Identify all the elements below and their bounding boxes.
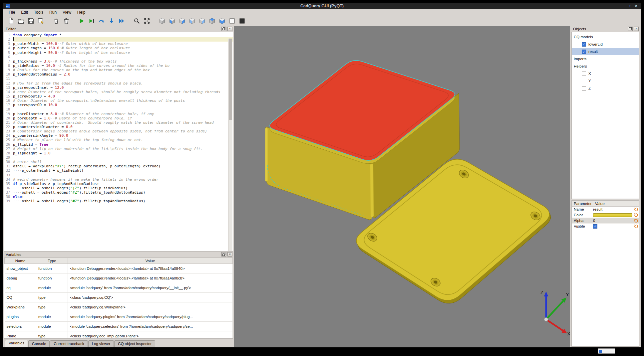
code-line[interactable]: 14# nner Diameter of the screwpost holes… — [4, 90, 233, 94]
sidebar-item-lowerlid[interactable]: ✓lowerLid — [572, 41, 639, 48]
close-panel-button[interactable]: × — [227, 252, 232, 257]
code-line[interactable]: 9# Radius for the curves on the top and … — [4, 68, 233, 72]
code-line[interactable]: 4p_outerLength = 150.0·# Outer length of… — [4, 46, 233, 50]
code-line[interactable]: 10p_topAndBottomRadius = 2.0 — [4, 72, 233, 77]
table-row[interactable]: Planetype<class 'cadquery.occ_impl.geom.… — [5, 331, 233, 339]
tab-current-traceback[interactable]: Current traceback — [50, 340, 88, 347]
view-left-button[interactable] — [187, 16, 197, 26]
reset-icon[interactable] — [633, 219, 639, 223]
menu-file[interactable]: File — [6, 9, 18, 16]
code-line[interactable]: 38else: — [4, 195, 233, 199]
code-line[interactable]: 13p_screwpostInset = 12.0 — [4, 86, 233, 90]
code-line[interactable]: 34# weird geometry happens if we make th… — [4, 177, 233, 182]
column-header-name[interactable]: Name — [5, 258, 36, 264]
view-back-button[interactable] — [177, 16, 187, 26]
checkbox[interactable] — [582, 72, 586, 76]
code-line[interactable]: 3p_outerWidth = 100.0··# Outer width of … — [4, 42, 233, 46]
display-wireframe-button[interactable] — [227, 16, 237, 26]
code-line[interactable]: 16# Outer Diameter of the screwposts.\nD… — [4, 98, 233, 103]
run-button[interactable] — [77, 16, 87, 26]
param-row-alpha[interactable]: Alpha0 — [572, 218, 639, 224]
code-line[interactable]: 20p_boreDepth = 1.0··# Depth of the coun… — [4, 116, 233, 120]
checkbox[interactable]: ✓ — [582, 50, 586, 54]
view-isometric-button[interactable] — [157, 16, 167, 26]
code-line[interactable]: 15p_screwpostID = 4.0 — [4, 94, 233, 98]
view-top-button[interactable] — [207, 16, 217, 26]
menu-edit[interactable]: Edit — [18, 9, 31, 16]
table-row[interactable]: show_objectfunction<function Debugger.re… — [5, 264, 233, 273]
code-line[interactable]: 17p_screwpostOD = 10.0 — [4, 103, 233, 107]
menu-view[interactable]: View — [60, 9, 74, 16]
view-bottom-button[interactable] — [217, 16, 227, 26]
tab-cq-object-inspector[interactable]: CQ object inspector — [114, 340, 155, 347]
param-row-color[interactable]: Color — [572, 212, 639, 218]
visible-checkbox[interactable]: ✓ — [593, 224, 597, 229]
minimize-button[interactable]: – — [623, 3, 625, 9]
clear-console-button[interactable] — [51, 16, 61, 26]
code-line[interactable]: 26p_flipLid = True — [4, 142, 233, 147]
checkbox[interactable] — [582, 79, 586, 83]
step-over-button[interactable] — [97, 16, 107, 26]
float-panel-button[interactable] — [221, 27, 226, 31]
code-line[interactable]: 25# Whether to place the lid with the to… — [4, 138, 233, 142]
3d-viewport[interactable]: Z Y X — [234, 26, 570, 347]
menu-run[interactable]: Run — [46, 9, 60, 16]
code-line[interactable]: 37····oshell = oshell.edges("#Z").fillet… — [4, 190, 233, 195]
code-line[interactable]: 23# Countersink angle (complete angle be… — [4, 129, 233, 133]
code-line[interactable]: 8p_sideRadius = 10.0··# Radius for the c… — [4, 64, 233, 68]
reset-icon[interactable] — [633, 207, 639, 212]
table-row[interactable]: Workplanetype<class 'cadquery.cq.Workpla… — [5, 302, 233, 312]
param-row-name[interactable]: Nameresult — [572, 207, 639, 212]
code-line[interactable]: 24p_countersinkAngle = 90.0 — [4, 133, 233, 138]
maximize-button[interactable]: + — [629, 3, 631, 9]
sidebar-item-helpers[interactable]: Helpers — [572, 63, 639, 70]
code-line[interactable]: 36····oshell = oshell.edges("|Z").fillet… — [4, 186, 233, 190]
checkbox[interactable]: ✓ — [582, 42, 586, 47]
code-line[interactable]: 22p_countersinkDiameter = 0.0 — [4, 125, 233, 129]
tab-log-viewer[interactable]: Log viewer — [88, 340, 114, 347]
new-file-button[interactable] — [6, 16, 16, 26]
fit-all-button[interactable] — [142, 16, 152, 26]
continue-button[interactable] — [117, 16, 127, 26]
delete-all-button[interactable] — [61, 16, 71, 26]
code-line[interactable]: 29 — [4, 155, 233, 160]
code-line[interactable]: 32····p_outerHeight + p_lipHeight) — [4, 168, 233, 173]
float-panel-button[interactable] — [221, 252, 226, 257]
editor-scrollbar[interactable] — [228, 39, 232, 251]
sidebar-item-x[interactable]: X — [572, 70, 639, 77]
code-line[interactable]: 12# How far in from the edges the screwp… — [4, 81, 233, 86]
checkbox[interactable] — [582, 86, 586, 90]
table-row[interactable]: pluginsmodule<module 'cadquery.plugins' … — [5, 312, 233, 322]
table-row[interactable]: selectorsmodule<module 'cadquery.selecto… — [5, 322, 233, 331]
sidebar-item-result[interactable]: ✓result — [572, 48, 639, 55]
reset-icon[interactable] — [633, 224, 639, 229]
view-front-button[interactable] — [167, 16, 177, 26]
code-line[interactable]: 7p_thickness = 3.0··# Thickness of the b… — [4, 59, 233, 64]
code-editor[interactable]: 1from cadquery import *23p_outerWidth = … — [4, 32, 233, 252]
step-into-button[interactable] — [107, 16, 117, 26]
float-panel-button[interactable] — [628, 27, 633, 31]
column-header-value[interactable]: Value — [68, 258, 233, 264]
save-as-button[interactable] — [36, 16, 46, 26]
code-line[interactable]: 30# outer shell — [4, 160, 233, 164]
code-line[interactable]: 21# Outer diameter of countersink. Shoul… — [4, 120, 233, 125]
view-right-button[interactable] — [197, 16, 207, 26]
code-line[interactable]: 1from cadquery import * — [4, 33, 233, 37]
zoom-button[interactable] — [132, 16, 142, 26]
code-line[interactable]: 31oshell = Workplane("XY").rect(p_outerW… — [4, 164, 233, 168]
code-line[interactable]: 35if p_sideRadius > p_topAndBottomRadius… — [4, 182, 233, 186]
sidebar-item-cq-models[interactable]: CQ models — [572, 33, 639, 41]
column-header-type[interactable]: Type — [36, 258, 68, 264]
scrollbar-thumb[interactable] — [229, 39, 232, 120]
table-row[interactable]: CQtype<class 'cadquery.cq.CQ'> — [5, 293, 233, 302]
close-panel-button[interactable]: × — [634, 27, 639, 31]
code-line[interactable]: 28p_lipHeight = 1.0 — [4, 151, 233, 155]
display-shaded-button[interactable] — [237, 16, 247, 26]
code-line[interactable]: 11 — [4, 77, 233, 81]
code-line[interactable]: 39····oshell = oshell.edges("#Z").fillet… — [4, 199, 233, 203]
table-row[interactable]: debugfunction<function Debugger.render.<… — [5, 273, 233, 283]
close-panel-button[interactable]: × — [227, 27, 232, 31]
save-button[interactable] — [26, 16, 36, 26]
debug-button[interactable] — [87, 16, 97, 26]
sidebar-item-y[interactable]: Y — [572, 77, 639, 85]
